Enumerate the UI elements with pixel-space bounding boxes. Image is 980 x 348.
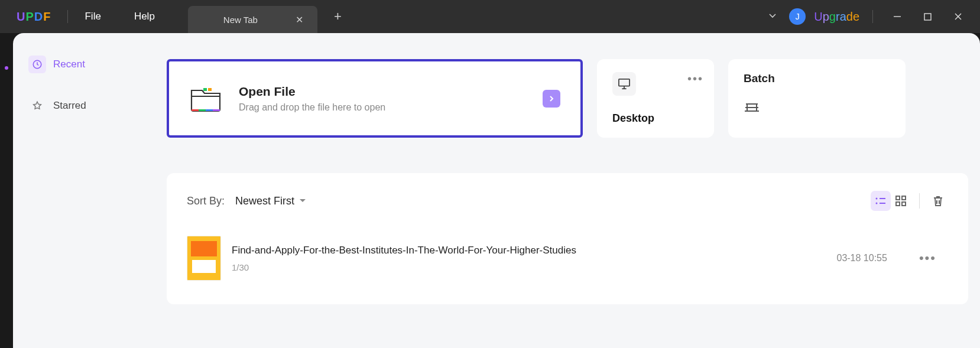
monitor-icon <box>612 72 636 96</box>
sidebar-item-label: Recent <box>53 58 85 70</box>
batch-label: Batch <box>744 72 890 85</box>
caret-down-icon <box>299 198 306 204</box>
menu-help[interactable]: Help <box>134 11 155 22</box>
file-pages: 1/30 <box>232 262 576 272</box>
menu-file[interactable]: File <box>85 11 100 22</box>
sidebar: Recent Starred <box>13 33 119 348</box>
star-icon <box>28 97 46 115</box>
app-logo: UPDF <box>17 10 51 24</box>
upgrade-button[interactable]: Upgrade <box>814 10 859 24</box>
stack-icon <box>744 100 890 117</box>
chevron-down-icon[interactable] <box>764 7 781 26</box>
svg-rect-6 <box>208 88 212 91</box>
svg-rect-5 <box>203 88 207 91</box>
avatar[interactable]: J <box>789 8 806 25</box>
sidebar-item-starred[interactable]: Starred <box>20 91 112 121</box>
trash-button[interactable] <box>928 191 948 211</box>
svg-rect-7 <box>192 109 199 111</box>
add-tab-button[interactable]: + <box>334 9 342 24</box>
svg-point-16 <box>876 203 878 204</box>
svg-rect-8 <box>199 109 206 111</box>
files-section: Sort By: Newest First <box>167 173 968 304</box>
close-icon[interactable]: ✕ <box>293 12 306 28</box>
open-file-card[interactable]: Open File Drag and drop the file here to… <box>167 59 583 138</box>
indicator-dot <box>5 66 8 70</box>
file-thumbnail <box>187 236 221 281</box>
sort-dropdown[interactable]: Newest First <box>235 195 306 207</box>
sidebar-item-recent[interactable]: Recent <box>20 50 112 79</box>
minimize-button[interactable] <box>886 8 908 25</box>
grid-view-button[interactable] <box>891 191 911 211</box>
svg-rect-18 <box>896 196 900 200</box>
file-row[interactable]: Find-and-Apply-For-the-Best-Institutes-I… <box>187 236 948 281</box>
folder-icon <box>189 84 222 113</box>
file-name: Find-and-Apply-For-the-Best-Institutes-I… <box>232 245 576 256</box>
chevron-right-icon[interactable] <box>543 90 560 108</box>
tab-new[interactable]: New Tab ✕ <box>188 6 317 33</box>
divider <box>67 10 68 23</box>
svg-rect-10 <box>213 109 220 111</box>
close-button[interactable] <box>947 8 969 25</box>
batch-card[interactable]: Batch <box>728 59 906 138</box>
clock-icon <box>28 56 46 73</box>
svg-rect-9 <box>206 109 213 111</box>
svg-rect-11 <box>619 79 629 86</box>
divider <box>919 193 920 209</box>
sidebar-item-label: Starred <box>53 100 86 112</box>
titlebar: UPDF File Help New Tab ✕ + J Upgrade <box>0 0 980 33</box>
svg-point-14 <box>876 198 878 200</box>
more-icon[interactable]: ••• <box>687 72 703 86</box>
divider <box>872 10 873 23</box>
svg-rect-20 <box>896 202 900 206</box>
open-file-subtitle: Drag and drop the file here to open <box>239 102 385 113</box>
tab-label: New Tab <box>223 15 258 25</box>
open-file-title: Open File <box>239 84 385 99</box>
desktop-card[interactable]: ••• Desktop <box>597 59 714 138</box>
maximize-button[interactable] <box>917 8 939 25</box>
svg-rect-21 <box>902 202 906 206</box>
svg-rect-1 <box>924 14 931 20</box>
file-date: 03-18 10:55 <box>836 253 887 264</box>
more-icon[interactable]: ••• <box>919 251 936 266</box>
list-view-button[interactable] <box>871 191 891 211</box>
svg-rect-19 <box>902 196 906 200</box>
sort-by-label: Sort By: <box>187 195 225 207</box>
desktop-label: Desktop <box>612 112 699 125</box>
